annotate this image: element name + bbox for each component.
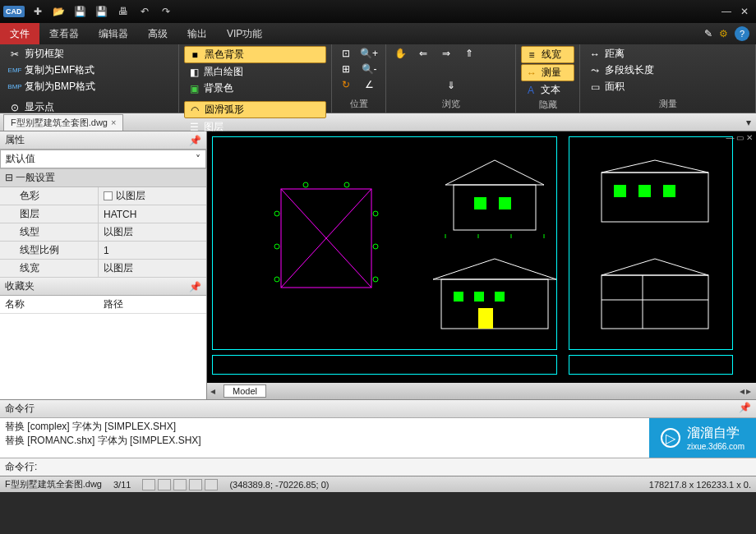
svg-rect-12 bbox=[454, 185, 536, 230]
svg-point-8 bbox=[373, 277, 378, 282]
workspace: 属性📌 默认值˅ ⊟ 一般设置 色彩以图层 图层HATCH 线型以图层 线型比例… bbox=[0, 131, 756, 399]
pen-icon[interactable]: ✎ bbox=[704, 28, 712, 39]
menu-editor[interactable]: 编辑器 bbox=[89, 23, 138, 44]
pan-icon[interactable]: ✋ bbox=[391, 46, 409, 61]
watermark: ▷ 溜溜自学zixue.3d66.com bbox=[649, 418, 756, 458]
prop-row-color[interactable]: 色彩以图层 bbox=[0, 187, 206, 205]
bg-color-button[interactable]: ▣背景色 bbox=[184, 81, 326, 96]
tab-close-icon[interactable]: × bbox=[111, 117, 116, 127]
svg-rect-23 bbox=[495, 292, 505, 302]
saveas-icon[interactable]: 💾 bbox=[94, 3, 110, 20]
nav-next-icon[interactable]: ⇒ bbox=[437, 46, 455, 61]
distance-button[interactable]: ↔距离 bbox=[585, 46, 750, 62]
svg-point-5 bbox=[274, 277, 279, 282]
scissors-icon: ✂ bbox=[8, 48, 21, 61]
minimize-icon[interactable]: — bbox=[718, 3, 735, 20]
new-icon[interactable]: ✚ bbox=[30, 3, 46, 20]
palette-icon: ▣ bbox=[187, 82, 201, 95]
document-tabbar: F型别墅建筑全套图.dwg × ▾ bbox=[0, 113, 756, 131]
drawing-canvas[interactable]: — ▭ ✕ bbox=[207, 131, 756, 383]
redo-icon[interactable]: ↷ bbox=[158, 3, 174, 20]
model-tab[interactable]: Model bbox=[224, 384, 266, 398]
scroll-left-icon[interactable]: ◂ bbox=[740, 385, 744, 397]
show-point-button[interactable]: ⊙显示点 bbox=[5, 99, 173, 115]
prop-row-layer[interactable]: 图层HATCH bbox=[0, 205, 206, 223]
menu-file[interactable]: 文件 bbox=[0, 23, 39, 44]
svg-marker-19 bbox=[433, 259, 556, 279]
menu-output[interactable]: 输出 bbox=[177, 23, 217, 44]
zoom-out-icon[interactable]: 🔍- bbox=[360, 62, 378, 76]
open-icon[interactable]: 📂 bbox=[51, 3, 67, 20]
prop-row-ltscale[interactable]: 线型比例1 bbox=[0, 242, 206, 260]
tab-prev-icon[interactable]: ◂ bbox=[210, 385, 215, 397]
copy-bmp-button[interactable]: BMP复制为BMP格式 bbox=[5, 79, 173, 94]
viewport-controls[interactable]: — ▭ ✕ bbox=[726, 133, 753, 142]
favorites-header: 收藏夹📌 bbox=[0, 278, 206, 296]
undo-icon[interactable]: ↶ bbox=[136, 3, 153, 20]
black-square-icon: ■ bbox=[188, 48, 201, 62]
svg-point-4 bbox=[274, 244, 279, 249]
command-header: 命令行📌 bbox=[0, 400, 756, 418]
status-coords: (348389.8; -70226.85; 0) bbox=[229, 480, 329, 490]
status-file: F型别墅建筑全套图.dwg bbox=[5, 478, 102, 490]
svg-rect-14 bbox=[499, 197, 511, 209]
polyline-icon: ⤳ bbox=[588, 64, 602, 77]
area-button[interactable]: ▭面积 bbox=[585, 79, 750, 94]
prop-section-general[interactable]: ⊟ 一般设置 bbox=[0, 168, 206, 187]
svg-point-6 bbox=[373, 211, 378, 216]
status-view: 178217.8 x 126233.1 x 0. bbox=[649, 480, 751, 490]
svg-rect-31 bbox=[602, 275, 708, 329]
svg-point-7 bbox=[373, 244, 378, 249]
svg-point-9 bbox=[303, 182, 308, 187]
document-tab[interactable]: F型别墅建筑全套图.dwg × bbox=[3, 114, 123, 131]
bw-draw-button[interactable]: ◧黑白绘图 bbox=[184, 64, 326, 80]
pos-2-icon[interactable]: ⊞ bbox=[337, 62, 355, 76]
nav-up-icon[interactable]: ⇑ bbox=[460, 46, 478, 61]
print-icon[interactable]: 🖶 bbox=[115, 3, 131, 20]
nav-prev-icon[interactable]: ⇐ bbox=[414, 46, 432, 61]
angle-icon[interactable]: ∠ bbox=[360, 77, 378, 92]
menu-vip[interactable]: VIP功能 bbox=[217, 23, 272, 44]
svg-rect-22 bbox=[474, 292, 484, 302]
text-button[interactable]: A文本 bbox=[521, 82, 574, 98]
command-output: 替换 [complex] 字体为 [SIMPLEX.SHX] 替换 [ROMAN… bbox=[0, 418, 756, 458]
zoom-in-icon[interactable]: 🔍+ bbox=[360, 46, 378, 61]
pin-icon[interactable]: 📌 bbox=[739, 402, 751, 416]
scroll-right-icon[interactable]: ▸ bbox=[746, 385, 751, 397]
close-icon[interactable]: ✕ bbox=[736, 3, 753, 20]
pin-icon[interactable]: 📌 bbox=[189, 281, 201, 292]
favorites-body: 名称路径 bbox=[0, 296, 206, 399]
pin-icon[interactable]: 📌 bbox=[189, 135, 201, 146]
prop-row-lineweight[interactable]: 线宽以图层 bbox=[0, 260, 206, 278]
nav-down-icon[interactable]: ⇓ bbox=[442, 78, 460, 93]
menu-advanced[interactable]: 高级 bbox=[138, 23, 177, 44]
pos-1-icon[interactable]: ⊡ bbox=[337, 46, 355, 61]
settings-icon[interactable]: ⚙ bbox=[719, 28, 728, 39]
menu-viewer[interactable]: 查看器 bbox=[39, 23, 89, 44]
default-select[interactable]: 默认值˅ bbox=[0, 150, 206, 168]
ruler-icon: ↔ bbox=[525, 67, 538, 80]
copy-emf-button[interactable]: EMF复制为EMF格式 bbox=[5, 62, 173, 78]
target-icon: ⊙ bbox=[8, 101, 21, 114]
checkbox-icon[interactable] bbox=[104, 191, 113, 200]
left-panel: 属性📌 默认值˅ ⊟ 一般设置 色彩以图层 图层HATCH 线型以图层 线型比例… bbox=[0, 131, 207, 399]
group-browse-label: 浏览 bbox=[391, 97, 510, 111]
smooth-arc-button[interactable]: ◠圆滑弧形 bbox=[184, 101, 326, 118]
arc-icon: ◠ bbox=[188, 104, 201, 117]
linewidth-button[interactable]: ≡线宽 bbox=[521, 46, 574, 63]
measure-button[interactable]: ↔测量 bbox=[521, 64, 574, 81]
status-toggles[interactable] bbox=[142, 479, 218, 490]
cut-frame-button[interactable]: ✂剪切框架 bbox=[5, 46, 173, 62]
ribbon: ✂剪切框架 EMF复制为EMF格式 BMP复制为BMP格式 ⊙显示点 🔍查找文字… bbox=[0, 44, 756, 113]
command-panel: 命令行📌 替换 [complex] 字体为 [SIMPLEX.SHX] 替换 [… bbox=[0, 399, 756, 476]
polyline-len-button[interactable]: ⤳多段线长度 bbox=[585, 62, 750, 78]
svg-rect-28 bbox=[638, 185, 651, 197]
help-icon[interactable]: ? bbox=[735, 26, 749, 41]
chevron-down-icon: ˅ bbox=[196, 154, 201, 165]
collapse-ribbon-icon[interactable]: ▾ bbox=[746, 117, 751, 128]
save-icon[interactable]: 💾 bbox=[72, 3, 89, 20]
command-input-row[interactable]: 命令行: bbox=[0, 458, 756, 476]
prop-row-linetype[interactable]: 线型以图层 bbox=[0, 223, 206, 242]
rotate-icon[interactable]: ↻ bbox=[337, 77, 355, 92]
black-bg-button[interactable]: ■黑色背景 bbox=[184, 46, 326, 63]
